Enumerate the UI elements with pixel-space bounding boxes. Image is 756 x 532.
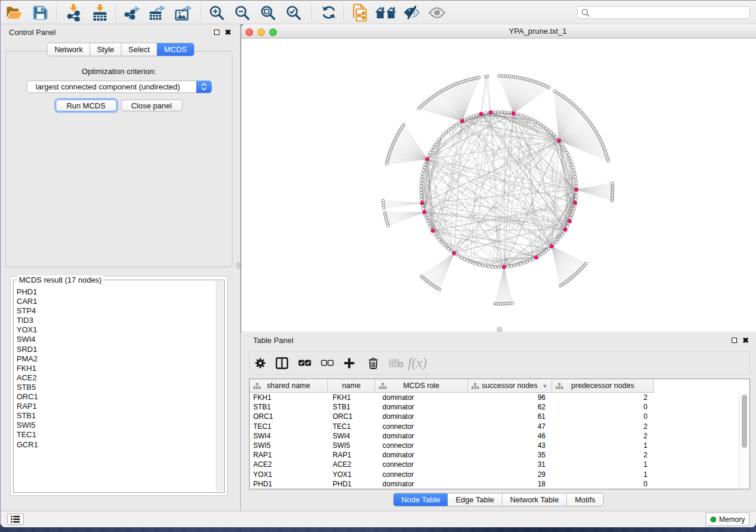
column-header-successor-nodes[interactable]: successor nodes∨	[468, 379, 552, 392]
zoom-fit-button[interactable]	[260, 1, 276, 24]
mcds-result-item[interactable]: RAP1	[14, 402, 216, 411]
tab-mcds[interactable]: MCDS	[157, 43, 193, 56]
toggle-column-button[interactable]	[276, 352, 288, 374]
table-row[interactable]: STB1STB1dominator620	[250, 402, 739, 412]
mcds-result-item[interactable]: PHD1	[14, 287, 216, 297]
column-header-predecessor-nodes[interactable]: predecessor nodes	[552, 379, 654, 392]
mcds-result-item[interactable]: PMA2	[14, 354, 216, 364]
mcds-result-item[interactable]: SWI4	[14, 335, 216, 344]
mcds-list-scrollbar[interactable]	[216, 281, 224, 492]
export-image-button[interactable]	[175, 1, 192, 24]
refresh-button[interactable]	[321, 1, 337, 24]
function-builder-button[interactable]: f(x)	[408, 352, 427, 374]
table-tab-motifs[interactable]: Motifs	[567, 493, 603, 506]
delete-table-button[interactable]	[389, 352, 404, 374]
table-row[interactable]: YOX1YOX1connector291	[250, 470, 739, 479]
table-tab-node-table[interactable]: Node Table	[394, 493, 448, 506]
table-row[interactable]: PHD1PHD1dominator180	[250, 479, 739, 489]
table-scrollbar[interactable]	[739, 393, 749, 489]
table-row[interactable]: FKH1FKH1dominator962	[250, 393, 739, 402]
table-cell: 2	[552, 422, 654, 431]
close-panel-icon[interactable]: ✖	[225, 30, 231, 35]
export-table-button[interactable]	[149, 1, 166, 24]
table-toolbar: f(x)	[249, 351, 750, 375]
column-header-name[interactable]: name	[328, 379, 375, 392]
vertical-splitter-handle[interactable]	[237, 262, 240, 268]
table-tab-edge-table[interactable]: Edge Table	[448, 493, 502, 506]
column-type-icon	[556, 383, 563, 389]
clone-network-button[interactable]	[352, 1, 368, 24]
mcds-result-item[interactable]: STB1	[14, 411, 216, 421]
zoom-selected-button[interactable]	[286, 1, 301, 24]
close-panel-button[interactable]: Close panel	[121, 100, 183, 111]
deselect-all-button[interactable]	[321, 352, 334, 374]
memory-button[interactable]: Memory	[706, 512, 749, 526]
table-cell: 43	[468, 441, 552, 450]
tab-network[interactable]: Network	[47, 43, 90, 56]
tab-style[interactable]: Style	[90, 43, 122, 56]
mcds-result-item[interactable]: TEC1	[14, 430, 216, 440]
mcds-result-item[interactable]: ORC1	[14, 392, 216, 402]
mcds-result-list[interactable]: PHD1CAR1STP4TID3YOX1SWI4SRD1PMA2FKH1ACE2…	[14, 287, 216, 492]
delete-column-button[interactable]	[368, 352, 378, 374]
run-mcds-button[interactable]: Run MCDS	[56, 100, 117, 111]
toggle-column-visibility-icon	[276, 357, 288, 369]
table-settings-button[interactable]	[255, 352, 266, 374]
tab-select[interactable]: Select	[122, 43, 157, 56]
add-column-button[interactable]	[343, 352, 355, 374]
node-table-body: FKH1FKH1dominator962STB1STB1dominator620…	[250, 393, 739, 489]
mcds-result-item[interactable]: GCR1	[14, 440, 216, 450]
column-header-shared-name[interactable]: shared name	[250, 379, 328, 392]
search-input[interactable]	[590, 7, 749, 18]
close-table-panel-icon[interactable]: ✖	[742, 338, 749, 343]
horizontal-splitter-handle[interactable]	[497, 327, 502, 332]
mcds-result-item[interactable]: STB5	[14, 383, 216, 392]
table-cell: YOX1	[328, 470, 375, 479]
mcds-result-item[interactable]: SRD1	[14, 345, 216, 354]
table-cell: PHD1	[250, 480, 328, 488]
table-row[interactable]: RAP1RAP1dominator352	[250, 450, 739, 460]
mcds-result-item[interactable]: FKH1	[14, 364, 216, 373]
table-cell: connector	[375, 460, 468, 469]
table-scrollbar-thumb[interactable]	[742, 395, 747, 448]
toolbar-separator	[200, 4, 201, 21]
float-panel-icon[interactable]	[214, 30, 219, 35]
zoom-out-icon	[235, 5, 250, 20]
select-all-button[interactable]	[298, 352, 311, 374]
table-cell: 1	[552, 441, 654, 450]
open-file-button[interactable]	[6, 1, 23, 24]
table-tab-network-table[interactable]: Network Table	[502, 493, 567, 506]
table-row[interactable]: ACE2ACE2connector311	[250, 460, 739, 469]
mcds-result-item[interactable]: STP4	[14, 306, 216, 316]
zoom-out-button[interactable]	[235, 1, 250, 24]
mcds-result-item[interactable]: TID3	[14, 316, 216, 325]
mcds-result-item[interactable]: CAR1	[14, 297, 216, 306]
birdseye-view-button[interactable]	[375, 1, 396, 24]
import-table-button[interactable]	[92, 1, 108, 24]
hide-graphics-details-button[interactable]	[403, 1, 420, 24]
save-session-button[interactable]	[33, 1, 48, 24]
optimization-criterion-select[interactable]: largest connected component (undirected)	[27, 81, 212, 93]
show-graphics-details-button[interactable]	[429, 1, 445, 24]
network-canvas[interactable]	[241, 39, 756, 331]
column-header-MCDS-role[interactable]: MCDS role	[375, 379, 468, 392]
zoom-selected-icon	[286, 5, 301, 20]
search-box[interactable]	[577, 6, 750, 19]
float-table-panel-icon[interactable]	[732, 338, 737, 343]
table-row[interactable]: ORC1ORC1dominator610	[250, 412, 739, 421]
mcds-result-item[interactable]: YOX1	[14, 325, 216, 335]
clone-network-icon	[352, 4, 368, 22]
table-cell: 1	[552, 470, 654, 479]
table-row[interactable]: SWI5SWI5connector431	[250, 441, 739, 450]
export-network-button[interactable]	[125, 1, 141, 24]
table-row[interactable]: TEC1TEC1connector472	[250, 422, 739, 431]
tasks-button[interactable]	[7, 514, 24, 525]
table-cell: 18	[468, 480, 552, 488]
table-row[interactable]: SWI4SWI4dominator462	[250, 431, 739, 441]
zoom-in-button[interactable]	[209, 1, 224, 24]
mcds-result-item[interactable]: ACE2	[14, 373, 216, 383]
import-network-button[interactable]	[66, 1, 81, 24]
mcds-result-item[interactable]: SWI5	[14, 421, 216, 430]
table-cell: connector	[375, 470, 468, 479]
open-file-icon	[6, 6, 23, 20]
